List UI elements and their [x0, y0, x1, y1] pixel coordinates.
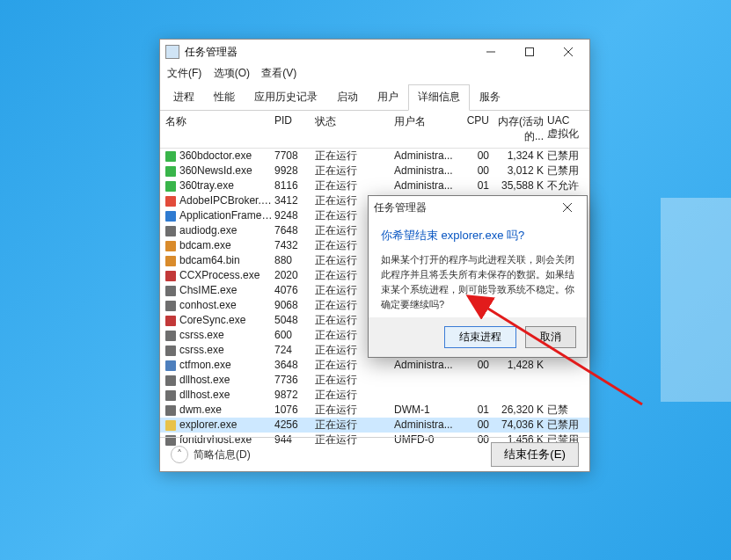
menu-file[interactable]: 文件(F) — [167, 67, 201, 79]
process-icon — [165, 301, 176, 311]
process-mem: 26,320 K — [494, 404, 547, 417]
window-title: 任务管理器 — [185, 45, 471, 60]
app-icon — [165, 45, 179, 59]
table-row[interactable]: 360bdoctor.exe7708正在运行Administra...001,3… — [160, 149, 589, 164]
tab-0[interactable]: 进程 — [164, 84, 204, 111]
process-pid: 9068 — [274, 299, 315, 312]
dialog-cancel-button[interactable]: 取消 — [525, 326, 576, 348]
process-user: Administra... — [394, 179, 461, 193]
process-icon — [165, 360, 176, 371]
end-task-button[interactable]: 结束任务(E) — [491, 442, 579, 467]
dialog-end-process-button[interactable]: 结束进程 — [444, 326, 516, 348]
process-mem: 3,012 K — [494, 164, 547, 178]
tab-1[interactable]: 性能 — [204, 84, 245, 111]
col-name[interactable]: 名称 — [165, 114, 274, 144]
process-pid: 9248 — [274, 209, 315, 222]
col-mem[interactable]: 内存(活动的... — [494, 114, 547, 144]
process-name: AdobeIPCBroker.exe — [179, 194, 274, 207]
process-name: csrss.exe — [179, 344, 274, 357]
close-button[interactable] — [549, 40, 588, 64]
process-cpu: 01 — [461, 404, 494, 417]
process-status: 正在运行 — [315, 179, 394, 193]
table-row[interactable]: dwm.exe1076正在运行DWM-10126,320 K已禁 — [160, 403, 589, 418]
minimize-button[interactable] — [471, 40, 510, 64]
process-name: 360bdoctor.exe — [179, 149, 274, 163]
col-user[interactable]: 用户名 — [394, 114, 461, 144]
process-name: dllhost.exe — [179, 374, 274, 387]
dialog-titlebar[interactable]: 任务管理器 — [369, 196, 587, 219]
tab-6[interactable]: 服务 — [470, 84, 510, 111]
process-uac: 已禁用 — [547, 418, 582, 432]
process-name: dwm.exe — [179, 404, 274, 417]
fewer-details-button[interactable]: ˄ 简略信息(D) — [171, 446, 251, 463]
process-pid: 5048 — [274, 314, 315, 327]
process-user: Administra... — [394, 418, 461, 432]
process-pid: 7648 — [274, 224, 315, 237]
process-cpu: 01 — [461, 179, 494, 193]
process-user: Administra... — [394, 359, 461, 372]
process-icon — [165, 420, 176, 431]
process-cpu: 00 — [461, 418, 494, 432]
process-mem: 74,036 K — [494, 418, 547, 432]
process-uac: 不允许 — [547, 179, 582, 193]
process-name: conhost.exe — [179, 299, 274, 312]
process-name: ApplicationFrameH... — [179, 209, 274, 222]
process-user: Administra... — [394, 164, 461, 178]
table-row[interactable]: dllhost.exe7736正在运行 — [160, 373, 589, 388]
grid-header[interactable]: 名称 PID 状态 用户名 CPU 内存(活动的... UAC 虚拟化 — [160, 111, 589, 149]
tab-4[interactable]: 用户 — [368, 84, 408, 111]
process-icon — [165, 241, 176, 251]
menubar: 文件(F) 选项(O) 查看(V) — [160, 64, 589, 84]
tab-2[interactable]: 应用历史记录 — [245, 84, 327, 111]
process-icon — [165, 151, 176, 162]
process-status: 正在运行 — [315, 404, 394, 417]
process-status: 正在运行 — [315, 389, 394, 402]
tab-5[interactable]: 详细信息 — [408, 84, 470, 111]
process-icon — [165, 226, 176, 236]
table-row[interactable]: 360NewsId.exe9928正在运行Administra...003,01… — [160, 164, 589, 178]
col-uac[interactable]: UAC 虚拟化 — [547, 114, 582, 144]
process-pid: 7432 — [274, 239, 315, 252]
maximize-button[interactable] — [510, 40, 549, 64]
col-pid[interactable]: PID — [274, 114, 315, 144]
svg-rect-0 — [526, 48, 534, 56]
process-uac: 已禁用 — [547, 164, 582, 178]
dialog-heading: 你希望结束 explorer.exe 吗? — [381, 228, 574, 244]
process-status: 正在运行 — [315, 149, 394, 163]
process-name: audiodg.exe — [179, 224, 274, 237]
process-pid: 4256 — [274, 418, 315, 432]
table-row[interactable]: 360tray.exe8116正在运行Administra...0135,588… — [160, 178, 589, 193]
table-row[interactable]: dllhost.exe9872正在运行 — [160, 388, 589, 403]
process-cpu: 00 — [461, 149, 494, 163]
process-status: 正在运行 — [315, 359, 394, 372]
dialog-close-button[interactable] — [553, 196, 581, 219]
process-pid: 7708 — [274, 149, 315, 163]
process-pid: 3648 — [274, 359, 315, 372]
process-icon — [165, 256, 176, 266]
process-name: explorer.exe — [179, 418, 274, 432]
tab-3[interactable]: 启动 — [327, 84, 368, 111]
process-icon — [165, 196, 176, 207]
process-icon — [165, 181, 176, 192]
fewer-details-label: 简略信息(D) — [194, 447, 251, 462]
process-pid: 8116 — [274, 179, 315, 193]
col-status[interactable]: 状态 — [315, 114, 394, 144]
process-icon — [165, 286, 176, 296]
process-mem: 1,324 K — [494, 149, 547, 163]
process-icon — [165, 166, 176, 177]
dialog-body-text: 如果某个打开的程序与此进程关联，则会关闭此程序并且将丢失所有未保存的数据。如果结… — [381, 252, 574, 312]
process-status: 正在运行 — [315, 164, 394, 178]
table-row[interactable]: ctfmon.exe3648正在运行Administra...001,428 K — [160, 358, 589, 373]
table-row[interactable]: explorer.exe4256正在运行Administra...0074,03… — [160, 418, 589, 433]
menu-options[interactable]: 选项(O) — [214, 67, 250, 79]
dialog-title: 任务管理器 — [374, 200, 553, 215]
titlebar[interactable]: 任务管理器 — [160, 40, 589, 64]
process-icon — [165, 375, 176, 386]
process-name: CCXProcess.exe — [179, 269, 274, 282]
col-cpu[interactable]: CPU — [461, 114, 494, 144]
process-pid: 2020 — [274, 269, 315, 282]
desktop-light-panel — [661, 356, 731, 402]
process-name: 360tray.exe — [179, 179, 274, 193]
process-icon — [165, 316, 176, 326]
menu-view[interactable]: 查看(V) — [261, 67, 296, 79]
